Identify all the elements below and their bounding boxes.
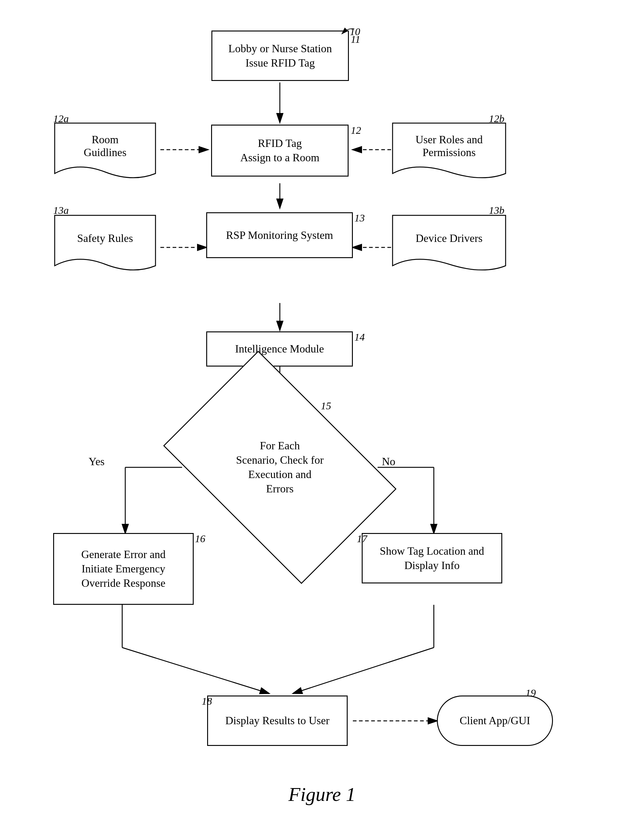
label-16: 16 xyxy=(195,533,205,545)
label-17: 17 xyxy=(357,533,367,545)
node-13b: Device Drivers xyxy=(391,214,507,263)
label-19: 19 xyxy=(526,687,536,699)
node-12: RFID TagAssign to a Room xyxy=(211,125,348,176)
label-12: 12 xyxy=(351,125,361,136)
node-14: Intelligence Module xyxy=(206,331,353,366)
node-17: Show Tag Location andDisplay Info xyxy=(362,533,502,584)
node-13: RSP Monitoring System xyxy=(206,212,353,258)
svg-line-17 xyxy=(293,648,434,693)
label-15: 15 xyxy=(321,400,331,412)
node-13a: Safety Rules xyxy=(53,214,157,263)
node-16: Generate Error andInitiate EmergencyOver… xyxy=(53,533,194,605)
label-18: 18 xyxy=(202,695,212,707)
figure-title: Figure 1 xyxy=(0,783,644,806)
svg-line-15 xyxy=(122,648,269,693)
node-11: Lobby or Nurse StationIssue RFID Tag xyxy=(212,31,349,81)
label10-arrow xyxy=(336,26,360,41)
node-19: Client App/GUI xyxy=(437,695,553,746)
label-14: 14 xyxy=(354,331,365,343)
node-12b: User Roles andPermissions xyxy=(391,122,507,170)
diagram-container: Lobby or Nurse StationIssue RFID Tag 10 … xyxy=(0,0,644,818)
label-no: No xyxy=(382,455,395,468)
node-18: Display Results to User xyxy=(207,695,348,746)
node-12a: RoomGuidlines xyxy=(53,122,157,170)
label-yes: Yes xyxy=(89,455,104,468)
label-13: 13 xyxy=(354,212,365,224)
node-15: For EachScenario, Check forExecution and… xyxy=(182,400,377,535)
